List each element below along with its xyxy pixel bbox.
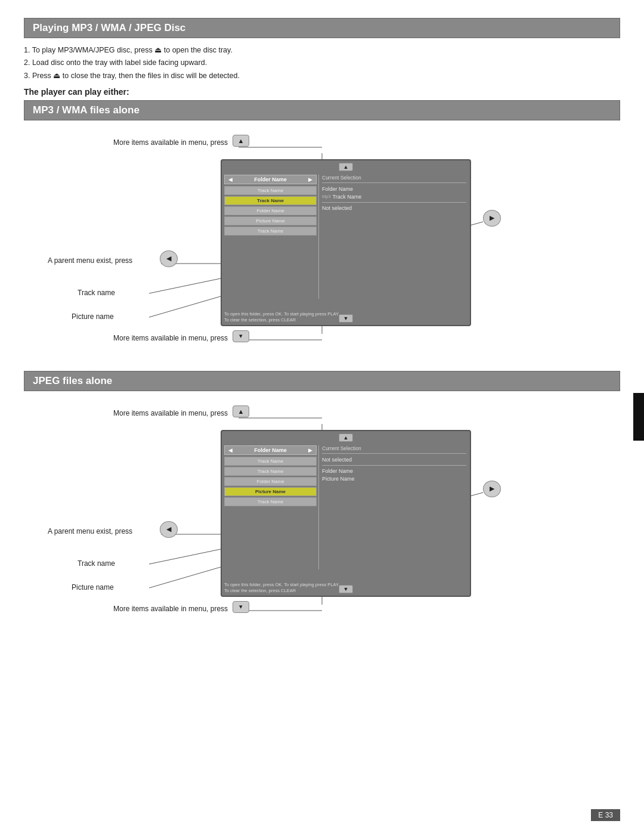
jpeg-list-item-2[interactable]: Track Name [224, 467, 317, 476]
screen-up-btn[interactable]: ▲ [339, 163, 353, 171]
left-panel-1: ◀ Folder Name ▶ Track Name Track Name Fo… [224, 175, 317, 299]
jpeg-folder-nav-label: Folder Name [234, 447, 306, 453]
jpeg-list-item-4-selected[interactable]: Picture Name [224, 487, 317, 496]
current-selection-header: Current Selection [322, 175, 466, 183]
left-arrow-nav[interactable]: ◀ [227, 176, 234, 182]
svg-line-4 [149, 278, 221, 293]
section2-header: MP3 / WMA files alone [24, 100, 620, 120]
jpeg-list-item-3[interactable]: Folder Name [224, 477, 317, 486]
jpeg-list-item-5[interactable]: Track Name [224, 497, 317, 506]
step3: 3. Press ⏏ to close the tray, then the f… [24, 70, 620, 82]
list-item-1[interactable]: Track Name [224, 186, 317, 195]
intro-steps: 1. To play MP3/WMA/JPEG disc, press ⏏ to… [24, 44, 620, 82]
jpeg-cs-picture-name: Picture Name [322, 476, 466, 482]
jpeg-screen-down-btn[interactable]: ▼ [339, 585, 353, 593]
screen-box-1: ▲ ◀ Folder Name ▶ Track Name Track Name … [221, 159, 471, 326]
jpeg-screen-divider [318, 445, 319, 569]
cs-divider1 [322, 202, 466, 203]
step2: 2. Load disc onto the tray with label si… [24, 57, 620, 69]
svg-line-13 [149, 567, 221, 588]
list-item-3[interactable]: Folder Name [224, 206, 317, 215]
jpeg-cs-folder-name: Folder Name [322, 468, 466, 474]
jpeg-folder-nav-row: ◀ Folder Name ▶ [224, 445, 317, 455]
more-items-bottom: More items available in menu, press [113, 334, 228, 342]
track-name-label: Track name [78, 289, 115, 297]
jpeg-right-panel: Current Selection Not selected Folder Na… [322, 445, 466, 569]
jpeg-track-name-label: Track name [78, 559, 115, 568]
section3-header: JPEG files alone [24, 371, 620, 391]
jpeg-down-arrow-btn[interactable]: ▾ [233, 601, 249, 613]
screen-box-2: ▲ ◀ Folder Name ▶ Track Name Track Name … [221, 430, 471, 597]
cs-track-row: Mp3 Track Name [322, 194, 466, 200]
jpeg-more-items-top: More items available in menu, press [113, 409, 228, 417]
screen-up-arrow: ▲ [222, 160, 470, 171]
jpeg-left-arrow-nav[interactable]: ◀ [227, 447, 234, 453]
jpeg-more-items-bottom: More items available in menu, press [113, 605, 228, 613]
jpeg-current-selection-header: Current Selection [322, 445, 466, 454]
jpeg-right-arrow-nav[interactable]: ▶ [306, 447, 314, 453]
screen-down-btn[interactable]: ▼ [339, 314, 353, 323]
page-number: E 33 [591, 809, 620, 821]
more-items-top: More items available in menu, press [113, 138, 228, 147]
jpeg-picture-name-label: Picture name [72, 583, 114, 592]
svg-line-12 [149, 549, 221, 564]
jpeg-cs-divider1 [322, 465, 466, 466]
screen-down-section: ▼ [222, 314, 470, 325]
jpeg-up-arrow-btn[interactable]: ▲ [233, 405, 249, 417]
parent-menu-label: A parent menu exist, press [48, 256, 132, 265]
jpeg-list-item-1[interactable]: Track Name [224, 457, 317, 466]
folder-nav-label: Folder Name [234, 176, 306, 182]
step1: 1. To play MP3/WMA/JPEG disc, press ⏏ to… [24, 44, 620, 57]
jpeg-root-right-btn[interactable]: ▶ [483, 481, 501, 497]
root-right-btn[interactable]: ▶ [483, 210, 501, 227]
jpeg-screen-up: ▲ [222, 431, 470, 442]
up-arrow-btn[interactable]: ▲ [233, 135, 249, 147]
jpeg-screen-up-btn[interactable]: ▲ [339, 433, 353, 442]
mp3-diagram: More items available in menu, press ▲ A … [30, 126, 614, 359]
parent-left-btn[interactable]: ◀ [160, 250, 178, 267]
right-arrow-nav[interactable]: ▶ [306, 176, 314, 182]
right-panel-1: Current Selection Folder Name Mp3 Track … [322, 175, 466, 299]
cs-track-name: Track Name [333, 194, 362, 200]
page: Playing MP3 / WMA / JPEG Disc 1. To play… [0, 0, 644, 654]
list-item-5[interactable]: Track Name [224, 227, 317, 236]
right-tab [633, 393, 644, 441]
sub-header: The player can play either: [24, 87, 620, 97]
cs-not-selected: Not selected [322, 205, 466, 211]
folder-nav-row: ◀ Folder Name ▶ [224, 175, 317, 184]
jpeg-screen-down-section: ▼ [222, 585, 470, 596]
list-item-2-selected[interactable]: Track Name [224, 196, 317, 205]
svg-line-5 [149, 296, 221, 317]
jpeg-cs-not-selected: Not selected [322, 457, 466, 463]
list-item-4[interactable]: Picture Name [224, 216, 317, 225]
cs-mp3-prefix: Mp3 [322, 194, 331, 199]
cs-folder-name: Folder Name [322, 186, 466, 192]
section1-header: Playing MP3 / WMA / JPEG Disc [24, 18, 620, 38]
jpeg-parent-left-btn[interactable]: ◀ [160, 521, 178, 538]
jpeg-left-panel: ◀ Folder Name ▶ Track Name Track Name Fo… [224, 445, 317, 569]
screen-divider [318, 175, 319, 299]
jpeg-diagram: More items available in menu, press ▲ A … [30, 397, 614, 630]
jpeg-parent-menu-label: A parent menu exist, press [48, 527, 132, 535]
down-arrow-btn[interactable]: ▾ [233, 330, 249, 342]
picture-name-label: Picture name [72, 312, 114, 321]
